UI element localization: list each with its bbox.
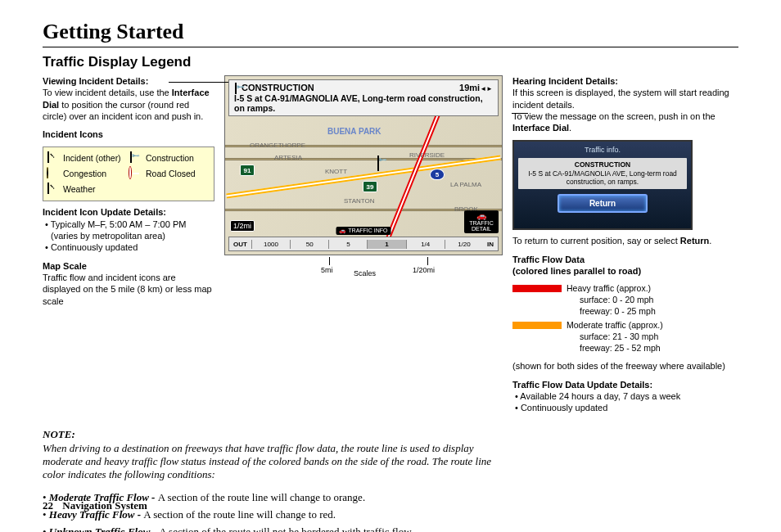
city-buena-park: BUENA PARK — [327, 127, 381, 136]
scale-bar[interactable]: 🚗 TRAFFIC INFO OUT 1000 50 5 1 1/4 1/20 … — [228, 237, 499, 251]
leader-line-2 — [512, 113, 528, 114]
weather-label: Weather — [63, 184, 128, 196]
traffic-flow-heading-2: (colored lines parallel to road) — [512, 266, 641, 276]
popup-body: CONSTRUCTION I-5 S at CA-91/MAGNOLIA AVE… — [518, 158, 687, 189]
hearing-text-1: If this screen is displayed, the system … — [512, 88, 729, 109]
traffic-detail-button[interactable]: TRAFFIC DETAIL — [464, 210, 499, 233]
note-text: When driving to a destination on freeway… — [43, 442, 491, 481]
return-text-b: . — [709, 236, 711, 246]
scale-tick-twentieth: 1/20 — [445, 240, 483, 249]
scale-tick-1000: 1000 — [251, 240, 290, 249]
map-scale-heading: Map Scale — [43, 261, 87, 271]
scale-tick-5: 5 — [328, 240, 367, 249]
banner-title: CONSTRUCTION — [242, 83, 314, 92]
moderate-freeway: freeway: 25 - 52 mph — [567, 343, 663, 354]
heavy-freeway: freeway: 0 - 25 mph — [567, 306, 656, 318]
popup-subheading: CONSTRUCTION — [521, 160, 684, 169]
city-knott: KNOTT — [325, 168, 347, 175]
map-scale-badge: 1/2mi — [230, 220, 255, 232]
road-closed-icon — [129, 168, 142, 180]
map-construction-marker — [377, 156, 379, 171]
scale-tick-1: 1 — [367, 240, 405, 249]
anno-5mi: 5mi — [321, 266, 333, 274]
scale-in-label: IN — [483, 241, 498, 248]
hearing-text-2a: To view the message on the screen, push … — [512, 111, 716, 121]
heavy-surface: surface: 0 - 20 mph — [567, 295, 656, 306]
traffic-info-popup: Traffic info. CONSTRUCTION I-5 S at CA-9… — [512, 140, 693, 230]
moderate-surface: surface: 21 - 30 mph — [567, 331, 663, 343]
moderate-traffic-swatch — [512, 322, 562, 329]
anno-scales: Scales — [354, 269, 376, 277]
leader-line-1 — [169, 82, 230, 83]
cond-2-text: A section of the route line will change … — [143, 508, 336, 521]
construction-icon — [129, 152, 142, 165]
map-screenshot: BUENA PARK ORANGETHORPE ARTESIA KNOTT RI… — [224, 75, 503, 255]
scale-tick-50: 50 — [290, 240, 328, 249]
page-footer: 22 Navigation System — [43, 499, 147, 512]
congestion-label: Congestion — [63, 169, 128, 180]
scale-tick-quarter: 1/4 — [406, 240, 445, 249]
banner-distance: 19mi◄► — [459, 83, 493, 92]
viewing-text-1: To view incident details, use the — [43, 88, 172, 97]
incident-other-label: Incident (other) — [63, 153, 128, 165]
section-subtitle: Traffic Display Legend — [43, 54, 738, 70]
shown-both-sides: (shown for both sides of the freeway whe… — [512, 360, 734, 372]
heavy-traffic-label: Heavy traffic (approx.) — [567, 283, 651, 293]
cond-3-text: A section of the route will not be borde… — [159, 525, 413, 532]
return-bold: Return — [680, 236, 709, 246]
main-title: Getting Started — [43, 20, 738, 47]
city-lapalma: LA PALMA — [450, 181, 481, 188]
viewing-heading: Viewing Incident Details: — [43, 76, 148, 86]
moderate-traffic-label: Moderate traffic (approx.) — [567, 320, 663, 330]
flow-update-b2: Continuously updated — [521, 402, 734, 413]
icon-update-bullet-2: Continuously updated — [51, 241, 214, 253]
city-artesia: ARTESIA — [274, 154, 302, 161]
banner-construction-icon — [234, 83, 237, 93]
city-riverside: RIVERSIDE — [409, 151, 445, 159]
viewing-text-2: to position the cursor (round red circle… — [43, 100, 203, 121]
page-number: 22 — [43, 499, 53, 512]
note-block: NOTE: When driving to a destination on f… — [43, 428, 511, 481]
shield-91: 91 — [240, 165, 255, 176]
hearing-text-2b: . — [569, 123, 571, 133]
cond-3-bold: Unknown Traffic Flow - — [49, 525, 159, 532]
icon-update-heading: Incident Icon Update Details: — [43, 207, 166, 217]
city-orangethorpe: ORANGETHORPE — [250, 142, 305, 149]
scale-annotations: 5mi 1/20mi Scales — [224, 257, 503, 280]
incident-icons-legend: Incident (other) Construction Congestion… — [43, 147, 214, 201]
congestion-icon — [47, 168, 59, 180]
weather-icon — [47, 183, 59, 196]
scale-out-label: OUT — [229, 241, 251, 248]
city-stanton: STANTON — [344, 197, 374, 205]
flow-update-b1: Available 24 hours a day, 7 days a week — [521, 390, 734, 402]
popup-message: I-5 S at CA-91/MAGNOLIA AVE, Long-term r… — [521, 169, 684, 187]
shield-i5: 5 — [430, 169, 445, 180]
icon-update-bullet-1: Typically M–F, 5:00 AM – 7:00 PM (varies… — [51, 219, 214, 242]
return-text-a: To return to current position, say or se… — [512, 236, 680, 246]
hearing-interface-dial: Interface Dial — [512, 123, 569, 133]
cond-1-text: A section of the route line will change … — [158, 491, 365, 503]
anno-120mi: 1/20mi — [413, 266, 435, 274]
incident-other-icon — [47, 152, 59, 165]
flow-update-heading: Traffic Flow Data Update Details: — [512, 380, 652, 390]
map-incident-banner: CONSTRUCTION 19mi◄► I-5 S at CA-91/MAGNO… — [228, 79, 499, 116]
traffic-info-icon: 🚗 TRAFFIC INFO — [336, 227, 390, 235]
return-button[interactable]: Return — [558, 194, 648, 213]
incident-icons-heading: Incident Icons — [43, 128, 214, 140]
construction-label: Construction — [146, 153, 210, 165]
map-scale-text: Traffic flow and incident icons are disp… — [43, 273, 212, 306]
road-closed-label: Road Closed — [146, 169, 210, 180]
hearing-heading: Hearing Incident Details: — [512, 76, 618, 86]
shield-39: 39 — [363, 181, 377, 192]
note-label: NOTE: — [43, 428, 75, 440]
traffic-flow-heading-1: Traffic Flow Data — [512, 255, 585, 264]
footer-label: Navigation System — [62, 499, 147, 512]
banner-detail: I-5 S at CA-91/MAGNOLIA AVE, Long-term r… — [234, 93, 483, 113]
heavy-traffic-swatch — [512, 285, 562, 292]
popup-title: Traffic info. — [518, 146, 687, 156]
